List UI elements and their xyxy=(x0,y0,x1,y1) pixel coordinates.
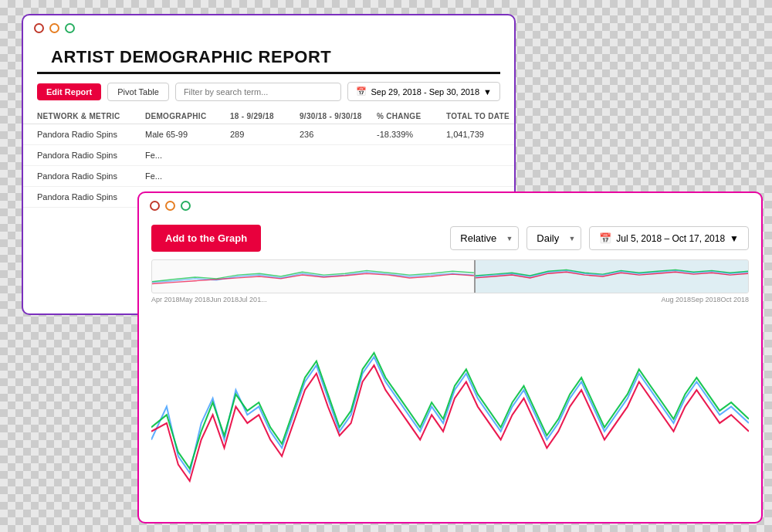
relative-dropdown[interactable]: Relative xyxy=(450,226,519,250)
col-header-930: 9/30/18 - 9/30/18 xyxy=(300,112,377,120)
calendar-icon-front: 📅 xyxy=(599,232,611,244)
add-to-graph-button[interactable]: Add to the Graph xyxy=(151,225,261,252)
back-title-bar xyxy=(23,15,514,41)
table-row: Pandora Radio Spins Fe... xyxy=(23,166,514,187)
cell-col1: 289 xyxy=(230,130,300,139)
traffic-light-green[interactable] xyxy=(65,23,75,33)
mini-label-oct: Oct 2018 xyxy=(720,296,749,303)
front-title-bar xyxy=(139,193,761,219)
mini-label-aug: Aug 2018 xyxy=(645,296,691,303)
main-chart xyxy=(151,307,749,524)
cell-demographic: Fe... xyxy=(145,151,230,160)
daily-dropdown[interactable]: Daily xyxy=(527,226,581,250)
date-range-button[interactable]: 📅 Sep 29, 2018 - Sep 30, 2018 ▼ xyxy=(347,82,500,101)
traffic-light-green-front[interactable] xyxy=(181,201,191,211)
cell-col2: 236 xyxy=(300,130,377,139)
mini-chart-labels: Apr 2018 May 2018 Jun 2018 Jul 201... Au… xyxy=(139,295,761,304)
edit-report-button[interactable]: Edit Report xyxy=(37,83,101,100)
mini-label-jun: Jun 2018 xyxy=(210,296,239,303)
main-chart-svg xyxy=(151,307,749,524)
mini-chart xyxy=(151,259,749,293)
mini-label-apr: Apr 2018 xyxy=(151,296,180,303)
col-header-change: % CHANGE xyxy=(377,112,446,120)
mini-chart-right xyxy=(474,260,748,293)
cell-demographic: Male 65-99 xyxy=(145,130,230,139)
toolbar: Edit Report Pivot Table 📅 Sep 29, 2018 -… xyxy=(23,82,514,109)
search-input[interactable] xyxy=(175,83,342,101)
chevron-down-icon: ▼ xyxy=(483,87,492,97)
traffic-light-red[interactable] xyxy=(34,23,44,33)
cell-network: Pandora Radio Spins xyxy=(37,151,145,160)
graph-controls: Add to the Graph Relative Daily 📅 Jul 5,… xyxy=(139,219,761,259)
daily-dropdown-wrapper[interactable]: Daily xyxy=(527,226,581,250)
mini-chart-right-svg xyxy=(476,260,748,293)
mini-chart-left-svg xyxy=(152,260,474,293)
table-header: NETWORK & METRIC DEMOGRAPHIC 18 - 9/29/1… xyxy=(23,109,514,124)
cell-demographic: Fe... xyxy=(145,171,230,181)
mini-label-jul: Jul 201... xyxy=(239,296,267,303)
cell-network: Pandora Radio Spins xyxy=(37,192,145,202)
cell-change: -18.339% xyxy=(377,130,446,139)
cell-network: Pandora Radio Spins xyxy=(37,171,145,181)
table-row: Pandora Radio Spins Male 65-99 289 236 -… xyxy=(23,124,514,145)
traffic-light-red-front[interactable] xyxy=(150,201,160,211)
cell-total: 1,041,739 xyxy=(446,130,516,139)
mini-label-may: May 2018 xyxy=(180,296,211,303)
traffic-lights-front xyxy=(150,201,191,211)
mini-chart-left xyxy=(152,260,474,293)
mini-label-sep: Sep 2018 xyxy=(691,296,721,303)
col-header-total: TOTAL TO DATE xyxy=(446,112,516,120)
pivot-table-button[interactable]: Pivot Table xyxy=(107,83,169,101)
traffic-lights-back xyxy=(34,23,75,33)
traffic-light-yellow[interactable] xyxy=(49,23,59,33)
traffic-light-yellow-front[interactable] xyxy=(165,201,175,211)
cell-network: Pandora Radio Spins xyxy=(37,130,145,139)
col-header-18: 18 - 9/29/18 xyxy=(230,112,300,120)
col-header-demographic: DEMOGRAPHIC xyxy=(145,112,230,120)
date-range-text: Sep 29, 2018 - Sep 30, 2018 xyxy=(371,87,479,97)
relative-dropdown-wrapper[interactable]: Relative xyxy=(450,226,519,250)
date-picker-button[interactable]: 📅 Jul 5, 2018 – Oct 17, 2018 ▼ xyxy=(589,226,749,250)
report-title: ARTIST DEMOGRAPHIC REPORT xyxy=(37,41,500,74)
col-header-network: NETWORK & METRIC xyxy=(37,112,145,120)
chevron-down-icon-front: ▼ xyxy=(730,233,739,244)
table-row: Pandora Radio Spins Fe... xyxy=(23,145,514,166)
date-range-front: Jul 5, 2018 – Oct 17, 2018 xyxy=(616,233,725,244)
calendar-icon: 📅 xyxy=(356,86,367,97)
front-window: Add to the Graph Relative Daily 📅 Jul 5,… xyxy=(137,191,763,524)
